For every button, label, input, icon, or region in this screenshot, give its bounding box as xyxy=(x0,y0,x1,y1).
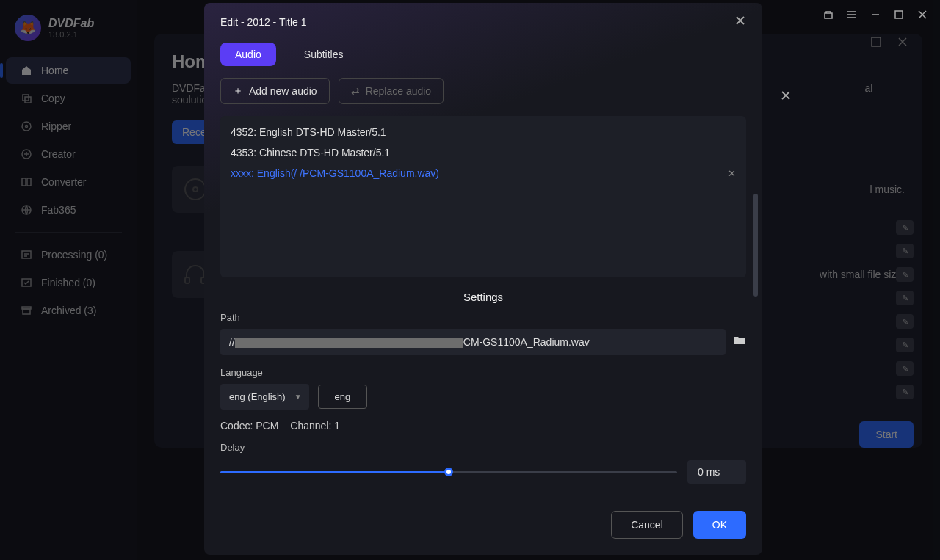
language-chip[interactable]: eng xyxy=(318,385,368,409)
scrollbar-thumb[interactable] xyxy=(753,194,758,297)
codec-label: Codec: xyxy=(220,420,253,432)
delay-slider[interactable] xyxy=(220,465,677,479)
menu-icon[interactable] xyxy=(846,9,858,21)
path-prefix: // xyxy=(229,336,235,348)
modal-close-icon[interactable] xyxy=(734,15,746,29)
edit-modal: Edit - 2012 - Title 1 Audio Subtitles ＋ … xyxy=(204,3,762,555)
plus-icon: ＋ xyxy=(233,84,243,98)
track-label: 4352: English DTS-HD Master/5.1 xyxy=(231,126,386,138)
channel-label: Channel: xyxy=(290,420,331,432)
audio-actions: ＋ Add new audio ⇄ Replace audio xyxy=(220,78,746,104)
toolbox-icon[interactable] xyxy=(822,9,834,21)
add-new-audio-label: Add new audio xyxy=(249,85,317,97)
chevron-down-icon: ▼ xyxy=(294,393,302,401)
track-label: 4353: Chinese DTS-HD Master/5.1 xyxy=(231,147,390,159)
svg-rect-0 xyxy=(895,11,903,18)
close-icon[interactable] xyxy=(916,9,928,21)
tab-audio[interactable]: Audio xyxy=(220,43,276,66)
redacted-path xyxy=(235,338,463,348)
codec-value: PCM xyxy=(256,420,278,432)
minimize-icon[interactable] xyxy=(870,9,881,21)
language-value: eng (English) xyxy=(229,391,286,402)
browse-folder-icon[interactable] xyxy=(733,334,746,350)
track-label: xxxx: English(/ /PCM-GS1100A_Radium.wav) xyxy=(231,167,439,179)
path-input[interactable]: //CM-GS1100A_Radium.wav xyxy=(220,329,726,355)
delay-value[interactable]: 0 ms xyxy=(687,460,746,484)
panel-close-icon[interactable] xyxy=(780,90,792,104)
channel-value: 1 xyxy=(334,420,340,432)
audio-track-list: 4352: English DTS-HD Master/5.1 4353: Ch… xyxy=(220,116,746,277)
modal-title: Edit - 2012 - Title 1 xyxy=(220,16,307,28)
delay-row: 0 ms xyxy=(220,460,746,484)
track-row[interactable]: 4353: Chinese DTS-HD Master/5.1 xyxy=(220,142,746,163)
language-label: Language xyxy=(220,367,746,378)
language-select[interactable]: eng (English) ▼ xyxy=(220,384,309,410)
divider xyxy=(220,297,452,297)
divider xyxy=(515,297,746,297)
settings-label: Settings xyxy=(463,291,503,303)
path-label: Path xyxy=(220,312,746,323)
remove-track-icon[interactable]: ✕ xyxy=(728,168,736,179)
maximize-icon[interactable] xyxy=(893,9,905,21)
track-row[interactable]: 4352: English DTS-HD Master/5.1 xyxy=(220,122,746,142)
modal-tabs: Audio Subtitles xyxy=(204,37,762,78)
settings-header: Settings xyxy=(220,291,746,303)
replace-audio-button[interactable]: ⇄ Replace audio xyxy=(339,78,444,104)
delay-label: Delay xyxy=(220,442,746,453)
tab-subtitles[interactable]: Subtitles xyxy=(289,43,358,66)
replace-audio-label: Replace audio xyxy=(366,85,432,97)
track-row[interactable]: xxxx: English(/ /PCM-GS1100A_Radium.wav)… xyxy=(220,163,746,183)
path-row: //CM-GS1100A_Radium.wav xyxy=(220,329,746,355)
codec-info: Codec: PCM Channel: 1 xyxy=(220,420,746,432)
modal-body: ＋ Add new audio ⇄ Replace audio 4352: En… xyxy=(204,78,762,495)
modal-header: Edit - 2012 - Title 1 xyxy=(204,3,762,37)
cancel-button[interactable]: Cancel xyxy=(611,511,683,539)
titlebar xyxy=(822,0,940,29)
path-suffix: CM-GS1100A_Radium.wav xyxy=(463,336,590,348)
slider-thumb[interactable] xyxy=(444,468,453,476)
add-new-audio-button[interactable]: ＋ Add new audio xyxy=(220,78,330,104)
ok-button[interactable]: OK xyxy=(693,511,746,539)
modal-footer: Cancel OK xyxy=(204,495,762,555)
slider-fill xyxy=(220,471,449,473)
swap-icon: ⇄ xyxy=(351,85,360,97)
language-row: eng (English) ▼ eng xyxy=(220,384,746,410)
